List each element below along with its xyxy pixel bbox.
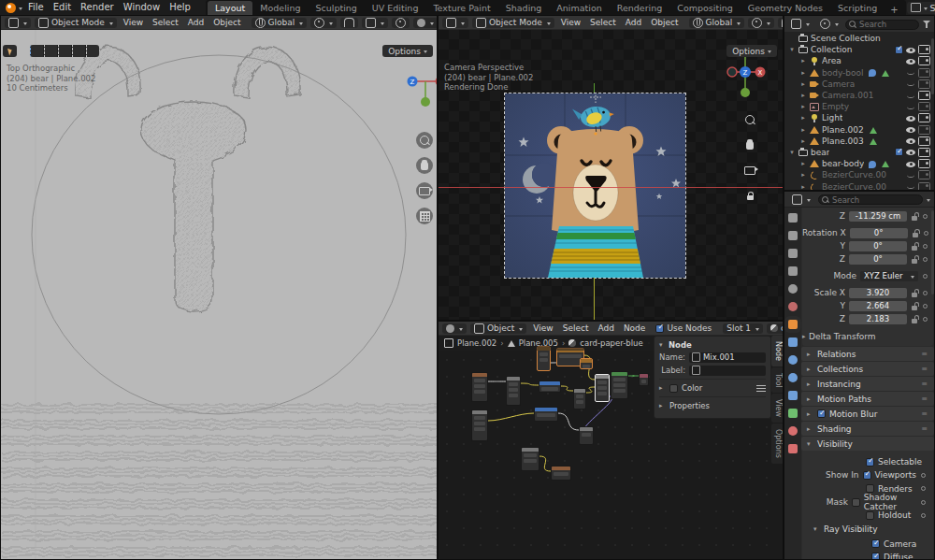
shader-node[interactable]: [551, 466, 571, 481]
ray-visibility-subpanel[interactable]: ▾Ray Visibility: [802, 522, 933, 537]
properties-tab-scene[interactable]: [788, 284, 798, 294]
keyframe-dot-icon[interactable]: [921, 486, 926, 491]
outliner-row-beziercurve-002[interactable]: ▸BezierCurve.002: [784, 180, 934, 191]
render-visibility-icon[interactable]: [918, 79, 930, 89]
keyframe-dot-icon[interactable]: [921, 473, 926, 478]
properties-tab-render[interactable]: [788, 231, 798, 240]
menu-select[interactable]: Select: [150, 18, 181, 27]
expand-chevron-icon[interactable]: ▾: [788, 46, 796, 53]
node-name-input[interactable]: Mix.001: [689, 352, 766, 363]
value-field[interactable]: -11.259 cm: [849, 211, 907, 222]
eye-open-icon[interactable]: [906, 137, 915, 144]
panel-shading[interactable]: ▸Shading≡: [801, 422, 934, 436]
sidebar-tab-view[interactable]: View: [771, 394, 783, 423]
workspace-tab-shading[interactable]: Shading: [498, 1, 550, 15]
zoom-icon[interactable]: [741, 111, 758, 128]
expand-chevron-icon[interactable]: ▸: [799, 103, 807, 110]
viewport-canvas[interactable]: Options Top Orthographic (204) bear | Pl…: [1, 29, 437, 559]
options-dropdown[interactable]: Options: [382, 45, 433, 57]
menu-render[interactable]: Render: [76, 0, 119, 15]
panel-relations[interactable]: ▸Relations≡: [801, 347, 934, 361]
expand-chevron-icon[interactable]: ▸: [799, 171, 807, 179]
render-visibility-icon[interactable]: [918, 170, 930, 179]
expand-chevron-icon[interactable]: ▸: [799, 80, 807, 88]
search-input[interactable]: [845, 20, 919, 30]
eye-open-icon[interactable]: [906, 149, 915, 155]
select-invert-button[interactable]: [72, 45, 86, 57]
shader-node[interactable]: [580, 358, 593, 369]
properties-tab-object[interactable]: [788, 320, 798, 329]
pivot-point-dropdown[interactable]: [310, 18, 337, 28]
expand-chevron-icon[interactable]: ▸: [799, 160, 807, 167]
menu-help[interactable]: Help: [165, 0, 195, 15]
properties-tab-tool[interactable]: [788, 213, 798, 223]
outliner-item-label[interactable]: Collection: [811, 45, 853, 54]
holdout-checkbox[interactable]: [866, 511, 874, 520]
pivot-point-dropdown[interactable]: [748, 18, 774, 28]
outliner-row-area[interactable]: ▸Area: [784, 55, 934, 66]
properties-subpanel[interactable]: ▸ Properties: [659, 396, 766, 412]
select-extend-button[interactable]: [44, 45, 58, 57]
blender-menu-caret-icon[interactable]: [19, 7, 22, 12]
properties-tab-material[interactable]: [788, 426, 798, 436]
properties-editor-type-dropdown[interactable]: [788, 194, 814, 205]
navigation-gizmo[interactable]: Z X: [725, 57, 768, 102]
editor-type-dropdown[interactable]: [442, 18, 468, 28]
select-subtract-button[interactable]: [58, 45, 72, 57]
render-visibility-icon[interactable]: [918, 56, 930, 65]
scene-selector[interactable]: Scene ×: [907, 2, 935, 14]
snap-target-dropdown[interactable]: [362, 18, 388, 28]
outliner-row-camera-001[interactable]: ▸Camera.001: [784, 90, 934, 101]
eye-closed-icon[interactable]: [906, 104, 915, 110]
menu-node[interactable]: Node: [621, 323, 649, 333]
shader-node[interactable]: [539, 381, 561, 393]
lock-icon[interactable]: [911, 315, 918, 323]
menu-object[interactable]: Object: [210, 18, 243, 27]
shader-node[interactable]: [471, 372, 488, 402]
menu-add[interactable]: Add: [595, 323, 616, 333]
keyframe-dot-icon[interactable]: [923, 257, 928, 262]
menu-file[interactable]: File: [23, 0, 49, 15]
lock-icon[interactable]: [911, 242, 918, 251]
outliner-item-label[interactable]: BezierCurve.001: [822, 170, 886, 179]
properties-tab-world[interactable]: [788, 302, 798, 311]
keyframe-dot-icon[interactable]: [921, 513, 926, 518]
shader-node[interactable]: [506, 376, 521, 406]
panel-motion-blur[interactable]: ▸Motion Blur≡: [801, 407, 934, 421]
value-field[interactable]: 0°: [849, 241, 907, 251]
camera-view-icon[interactable]: [741, 162, 758, 179]
zoom-icon[interactable]: [416, 132, 433, 149]
menu-add[interactable]: Add: [185, 18, 207, 27]
outliner-item-label[interactable]: body-bool: [822, 68, 864, 78]
eye-closed-icon[interactable]: [906, 80, 915, 87]
keyframe-dot-icon[interactable]: [923, 244, 928, 249]
eye-closed-icon[interactable]: [906, 69, 915, 76]
eye-open-icon[interactable]: [906, 161, 915, 167]
expand-chevron-icon[interactable]: ▸: [799, 137, 807, 145]
value-field[interactable]: 2.183: [849, 314, 907, 324]
chevron-down-icon[interactable]: [927, 199, 930, 204]
lock-icon[interactable]: [912, 229, 919, 237]
properties-tab-particles[interactable]: [788, 355, 798, 365]
render-visibility-icon[interactable]: [918, 68, 930, 78]
lock-icon[interactable]: [911, 212, 918, 221]
properties-tab-output[interactable]: [788, 249, 798, 258]
outliner-row-empty[interactable]: ▸Empty: [784, 101, 934, 112]
outliner-row-light[interactable]: ▸Light: [784, 112, 934, 123]
menu-view[interactable]: View: [121, 18, 146, 27]
outliner-item-label[interactable]: Scene Collection: [811, 34, 881, 43]
eye-closed-icon[interactable]: [906, 183, 915, 190]
sidebar-tab-options[interactable]: Options: [771, 424, 783, 464]
value-field[interactable]: 0°: [849, 254, 907, 265]
menu-select[interactable]: Select: [560, 323, 592, 333]
selectable-checkbox[interactable]: [866, 458, 874, 467]
shader-node[interactable]: [534, 407, 558, 422]
properties-tab-modifiers[interactable]: [788, 337, 798, 347]
collection-checkbox[interactable]: [895, 148, 903, 156]
menu-view[interactable]: View: [530, 323, 555, 333]
expand-chevron-icon[interactable]: ▸: [799, 183, 807, 191]
viewport-canvas[interactable]: Camera Perspective (204) bear | Plane.00…: [439, 29, 783, 320]
outliner-editor-type-dropdown[interactable]: [787, 19, 813, 29]
menu-object[interactable]: Object: [648, 18, 681, 27]
options-dropdown[interactable]: Options: [726, 45, 777, 57]
